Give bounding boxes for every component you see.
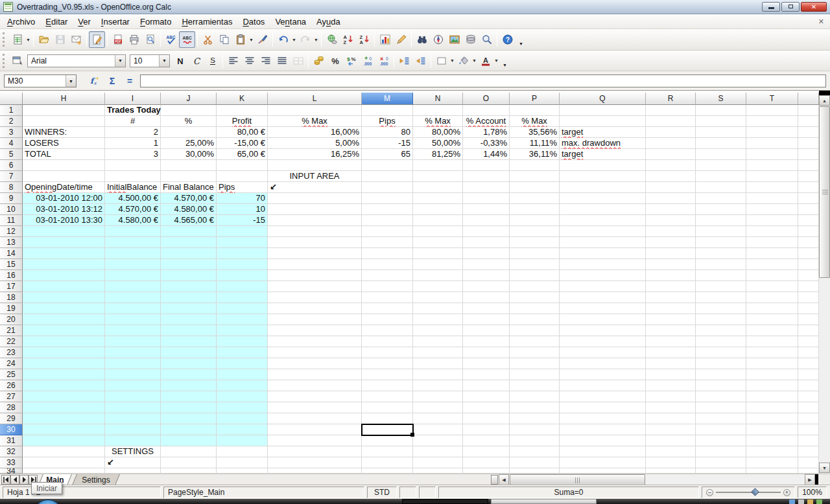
cell[interactable]	[696, 446, 746, 457]
cell-O2[interactable]: % Account	[463, 116, 510, 127]
cell-I9[interactable]: 4.500,00 €	[105, 193, 161, 204]
cell[interactable]	[646, 325, 696, 336]
next-sheet-button[interactable]	[19, 475, 29, 485]
horizontal-splitter-handle[interactable]	[491, 475, 498, 485]
sum-button[interactable]: Σ	[104, 74, 120, 88]
cell[interactable]	[746, 435, 798, 446]
cell[interactable]	[798, 127, 819, 138]
cell-N3[interactable]: 80,00%	[413, 127, 463, 138]
cell[interactable]	[23, 358, 105, 369]
cell[interactable]	[23, 457, 105, 468]
print-button[interactable]	[126, 31, 142, 48]
cell[interactable]	[23, 248, 105, 259]
cell[interactable]	[217, 292, 268, 303]
cell[interactable]	[362, 358, 413, 369]
cell[interactable]	[560, 281, 646, 292]
standard-format-button[interactable]: $%	[343, 52, 359, 69]
cell[interactable]	[217, 457, 268, 468]
cell[interactable]	[161, 391, 217, 402]
cell[interactable]	[510, 457, 560, 468]
cell[interactable]	[696, 402, 746, 413]
sheet-tab-settings[interactable]: Settings	[73, 474, 119, 485]
cell[interactable]	[105, 314, 161, 325]
cell[interactable]	[268, 413, 362, 424]
cell[interactable]	[413, 446, 463, 457]
cell[interactable]	[510, 468, 560, 474]
paste-dropdown[interactable]: ▼	[248, 31, 254, 48]
horizontal-split-box[interactable]	[815, 474, 818, 485]
row-header-7[interactable]: 7	[0, 171, 23, 182]
cell[interactable]	[413, 237, 463, 248]
cell[interactable]	[463, 204, 510, 215]
cell[interactable]	[268, 468, 362, 474]
cell[interactable]	[798, 248, 819, 259]
cell[interactable]	[217, 413, 268, 424]
cell[interactable]	[362, 171, 413, 182]
cell[interactable]	[23, 435, 105, 446]
row-header-34[interactable]: 34	[0, 468, 23, 474]
cell[interactable]	[510, 292, 560, 303]
redo-dropdown[interactable]: ▼	[313, 31, 319, 48]
zoom-slider-track[interactable]	[716, 492, 781, 493]
cell-I2[interactable]: #	[105, 116, 161, 127]
cell-M2[interactable]: Pips	[362, 116, 413, 127]
column-header-H[interactable]: H	[23, 93, 105, 105]
borders-button[interactable]	[433, 52, 449, 69]
cell[interactable]	[510, 424, 560, 435]
cell[interactable]	[463, 358, 510, 369]
cell[interactable]	[510, 325, 560, 336]
cell[interactable]	[217, 259, 268, 270]
row-header-6[interactable]: 6	[0, 160, 23, 171]
cell[interactable]	[560, 325, 646, 336]
column-header-S[interactable]: S	[696, 93, 746, 105]
cell-L7[interactable]: INPUT AREA	[268, 171, 362, 182]
navigator-button[interactable]	[430, 31, 446, 48]
cell[interactable]	[798, 391, 819, 402]
cell[interactable]	[696, 193, 746, 204]
cell[interactable]	[105, 413, 161, 424]
cell[interactable]	[362, 281, 413, 292]
cell[interactable]	[560, 314, 646, 325]
cell[interactable]	[560, 303, 646, 314]
cell[interactable]	[161, 292, 217, 303]
cell[interactable]	[362, 215, 413, 226]
cell[interactable]	[161, 435, 217, 446]
tray-icon[interactable]	[816, 499, 822, 504]
cell[interactable]	[23, 347, 105, 358]
row-header-17[interactable]: 17	[0, 281, 23, 292]
cell-K4[interactable]: -15,00 €	[217, 138, 268, 149]
cell[interactable]	[217, 369, 268, 380]
insert-chart-button[interactable]	[377, 31, 393, 48]
cell[interactable]	[646, 336, 696, 347]
cell[interactable]	[560, 336, 646, 347]
cell-J2[interactable]: %	[161, 116, 217, 127]
draw-functions-button[interactable]	[393, 31, 409, 48]
cell[interactable]	[161, 281, 217, 292]
cell[interactable]	[510, 413, 560, 424]
cell[interactable]	[646, 237, 696, 248]
cell[interactable]	[413, 193, 463, 204]
zoom-in-button[interactable]: +	[783, 489, 790, 496]
cell[interactable]	[105, 171, 161, 182]
scroll-down-button[interactable]: ▼	[819, 463, 830, 473]
cell[interactable]	[217, 325, 268, 336]
cell[interactable]	[646, 259, 696, 270]
cell[interactable]	[746, 105, 798, 116]
column-header-Q[interactable]: Q	[560, 93, 646, 105]
cell[interactable]	[463, 325, 510, 336]
copy-button[interactable]	[216, 31, 232, 48]
cell[interactable]	[696, 138, 746, 149]
scroll-left-button[interactable]: ◀	[499, 474, 509, 485]
cell[interactable]	[510, 160, 560, 171]
cell[interactable]	[746, 259, 798, 270]
column-header-N[interactable]: N	[413, 93, 463, 105]
cell[interactable]	[161, 259, 217, 270]
cell[interactable]	[413, 204, 463, 215]
cell[interactable]	[646, 391, 696, 402]
menu-archivo[interactable]: Archivo	[2, 15, 40, 29]
cell[interactable]	[105, 391, 161, 402]
cell[interactable]	[560, 347, 646, 358]
column-header-I[interactable]: I	[105, 93, 161, 105]
align-justify-button[interactable]	[274, 52, 290, 69]
cell[interactable]	[362, 413, 413, 424]
